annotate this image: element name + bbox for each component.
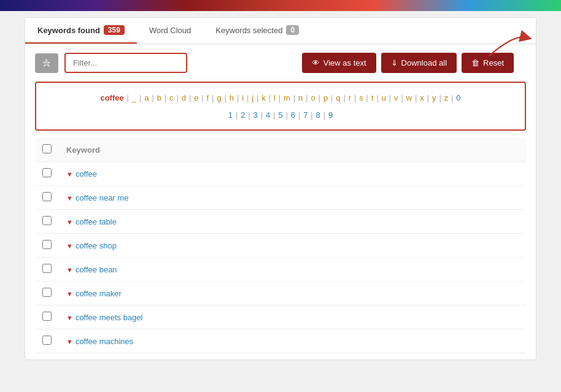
row-checkbox-cell: [35, 329, 59, 353]
top-banner: [0, 0, 561, 11]
keyword-link-5[interactable]: coffee maker: [75, 289, 122, 298]
row-keyword-cell: ▼coffee maker: [59, 282, 526, 306]
alpha-link-m[interactable]: m: [284, 93, 290, 102]
alpha-row-1: coffee | _ | a | b | c | d | e | f | g |…: [46, 89, 515, 106]
eye-icon: 👁: [312, 58, 320, 67]
row-checkbox-0[interactable]: [42, 168, 52, 177]
alpha-link-4[interactable]: 4: [266, 110, 270, 120]
caret-down-icon[interactable]: ▼: [66, 290, 73, 298]
keyword-link-6[interactable]: coffee meets bagel: [75, 313, 143, 322]
table-row: ▼coffee table: [35, 210, 526, 234]
row-checkbox-6[interactable]: [42, 312, 52, 321]
alpha-link-6[interactable]: 6: [291, 110, 295, 120]
alpha-link-l[interactable]: l: [274, 93, 276, 102]
alpha-link-8[interactable]: 8: [316, 110, 320, 120]
alpha-link-q[interactable]: q: [336, 93, 340, 102]
keyword-link-1[interactable]: coffee near me: [75, 193, 128, 202]
alpha-link-2[interactable]: 2: [241, 110, 245, 120]
row-checkbox-cell: [35, 210, 59, 234]
tab-keywords-found[interactable]: Keywords found 359: [25, 18, 137, 44]
alpha-link-b[interactable]: b: [157, 93, 161, 102]
table-header-checkbox-cell: [35, 138, 59, 162]
alpha-link-s[interactable]: s: [359, 93, 363, 102]
row-checkbox-cell: [35, 234, 59, 258]
caret-down-icon[interactable]: ▼: [66, 194, 73, 202]
alpha-link-o[interactable]: o: [311, 93, 315, 102]
alpha-link-x[interactable]: x: [420, 93, 424, 102]
table-row: ▼coffee shop: [35, 234, 526, 258]
alpha-link-f[interactable]: f: [207, 93, 209, 102]
alpha-link-z[interactable]: z: [444, 93, 449, 102]
download-all-button[interactable]: ⇓ Download all: [381, 53, 457, 73]
caret-down-icon[interactable]: ▼: [66, 218, 73, 226]
caret-down-icon[interactable]: ▼: [66, 171, 73, 178]
tab-keywords-selected[interactable]: Keywords selected 0: [203, 18, 311, 44]
tab-keywords-selected-label: Keywords selected: [215, 26, 282, 35]
filter-icon: ⛦: [42, 58, 51, 68]
alpha-link-coffee[interactable]: coffee: [100, 93, 123, 102]
row-keyword-cell: ▼coffee: [59, 162, 526, 186]
alpha-link-n[interactable]: n: [298, 93, 303, 102]
row-checkbox-5[interactable]: [42, 288, 52, 297]
table-row: ▼coffee maker: [35, 282, 526, 306]
main-container: Keywords found 359 Word Cloud Keywords s…: [25, 17, 536, 360]
alpha-link-5[interactable]: 5: [278, 110, 282, 120]
view-as-text-label: View as text: [323, 58, 366, 67]
alpha-link-t[interactable]: t: [371, 93, 374, 102]
caret-down-icon[interactable]: ▼: [66, 338, 73, 345]
alpha-link-d[interactable]: d: [182, 93, 186, 102]
tab-word-cloud[interactable]: Word Cloud: [137, 18, 203, 44]
alpha-link-p[interactable]: p: [323, 93, 328, 102]
row-checkbox-4[interactable]: [42, 264, 52, 273]
caret-down-icon[interactable]: ▼: [66, 266, 73, 274]
filter-input[interactable]: [64, 53, 187, 73]
toolbar-right: 👁 View as text ⇓ Download all 🗑 Reset: [302, 53, 526, 73]
reset-label: Reset: [483, 58, 504, 67]
alpha-link-e[interactable]: e: [194, 93, 198, 102]
alpha-link-1[interactable]: 1: [228, 110, 233, 120]
trash-icon: 🗑: [471, 58, 479, 67]
caret-down-icon[interactable]: ▼: [66, 314, 73, 321]
keyword-link-2[interactable]: coffee table: [75, 217, 117, 226]
filter-icon-button[interactable]: ⛦: [35, 53, 58, 73]
select-all-checkbox[interactable]: [42, 144, 52, 153]
alpha-link-y[interactable]: y: [432, 93, 436, 102]
row-checkbox-7[interactable]: [42, 336, 52, 345]
row-checkbox-1[interactable]: [42, 192, 52, 201]
alpha-link-g[interactable]: g: [217, 93, 221, 102]
caret-down-icon[interactable]: ▼: [66, 242, 73, 250]
keywords-found-badge: 359: [104, 25, 125, 35]
alpha-link-v[interactable]: v: [394, 93, 398, 102]
alpha-link-k[interactable]: k: [261, 93, 266, 102]
keyword-link-4[interactable]: coffee bean: [75, 265, 117, 274]
download-icon: ⇓: [391, 58, 398, 67]
table-header-keyword: Keyword: [59, 138, 526, 162]
row-checkbox-cell: [35, 282, 59, 306]
alpha-link-u[interactable]: u: [382, 93, 386, 102]
alpha-link-i[interactable]: i: [242, 93, 244, 102]
download-all-label: Download all: [401, 58, 447, 67]
alpha-link-r[interactable]: r: [349, 93, 351, 102]
toolbar: ⛦ 👁 View as text ⇓ Download all: [25, 44, 536, 82]
keyword-link-0[interactable]: coffee: [75, 169, 97, 179]
alpha-link-a[interactable]: a: [144, 93, 149, 102]
alpha-link-7[interactable]: 7: [303, 110, 308, 120]
alpha-link-c[interactable]: c: [169, 93, 174, 102]
alpha-link-underscore[interactable]: _: [132, 93, 136, 102]
alpha-link-0[interactable]: 0: [456, 93, 460, 102]
alpha-link-3[interactable]: 3: [253, 110, 258, 120]
row-checkbox-cell: [35, 306, 59, 329]
table-row: ▼coffee bean: [35, 258, 526, 282]
keyword-link-7[interactable]: coffee machines: [75, 337, 133, 346]
alpha-link-9[interactable]: 9: [328, 110, 333, 120]
reset-button[interactable]: 🗑 Reset: [462, 53, 514, 73]
alpha-link-w[interactable]: w: [406, 93, 412, 102]
keywords-selected-badge: 0: [286, 25, 299, 35]
alpha-link-j[interactable]: j: [252, 93, 253, 102]
keyword-link-3[interactable]: coffee shop: [75, 241, 117, 250]
row-checkbox-3[interactable]: [42, 240, 52, 249]
view-as-text-button[interactable]: 👁 View as text: [302, 53, 376, 73]
row-checkbox-2[interactable]: [42, 216, 52, 225]
alpha-link-h[interactable]: h: [230, 93, 234, 102]
alphabet-filter-box: coffee | _ | a | b | c | d | e | f | g |…: [35, 82, 526, 131]
